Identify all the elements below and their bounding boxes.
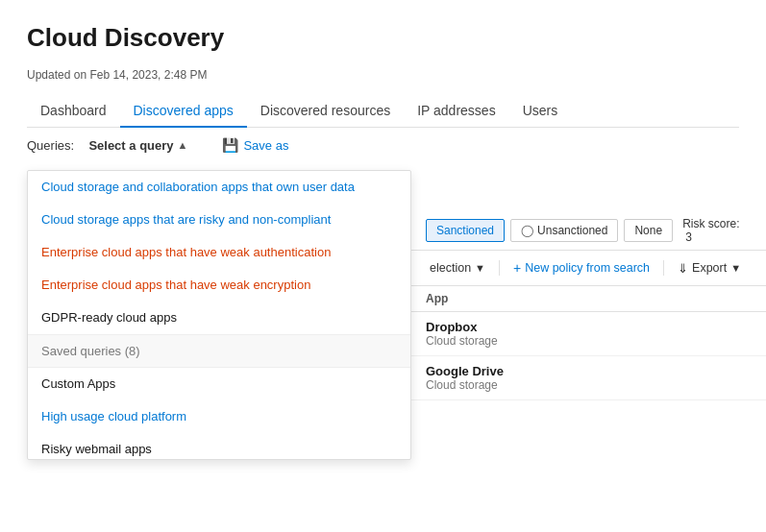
app-name: Google Drive	[426, 364, 751, 378]
tabs-nav: Dashboard Discovered apps Discovered res…	[27, 95, 739, 128]
selection-button[interactable]: election ▼	[426, 257, 489, 278]
app-category: Cloud storage	[426, 378, 751, 392]
export-chevron-icon: ▼	[730, 262, 741, 274]
tab-ip-addresses[interactable]: IP addresses	[404, 95, 508, 128]
chevron-up-icon: ▲	[178, 139, 188, 151]
unsanctioned-filter-button[interactable]: ◯ Unsanctioned	[510, 219, 618, 242]
export-label: Export	[692, 261, 727, 275]
query-dropdown: Cloud storage and collaboration apps tha…	[27, 170, 411, 460]
list-item[interactable]: High usage cloud platform	[28, 400, 410, 433]
list-item[interactable]: Cloud storage apps that are risky and no…	[28, 204, 410, 236]
updated-timestamp: Updated on Feb 14, 2023, 2:48 PM	[27, 68, 739, 82]
saved-queries-header: Saved queries (8)	[28, 334, 410, 368]
divider	[663, 260, 664, 276]
right-panel: Sanctioned ◯ Unsanctioned None Risk scor…	[410, 211, 766, 400]
export-down-icon: ⇓	[678, 261, 688, 276]
app-name: Dropbox	[426, 320, 751, 334]
select-query-button[interactable]: Select a query ▲	[88, 138, 187, 153]
none-filter-button[interactable]: None	[624, 219, 673, 242]
table-row: Dropbox Cloud storage	[410, 312, 766, 356]
list-item[interactable]: Cloud storage and collaboration apps tha…	[28, 171, 410, 204]
export-button[interactable]: ⇓ Export ▼	[674, 257, 745, 279]
list-item[interactable]: Enterprise cloud apps that have weak enc…	[28, 269, 410, 302]
new-policy-button[interactable]: + New policy from search	[509, 256, 654, 279]
table-row: Google Drive Cloud storage	[410, 356, 766, 400]
chevron-down-icon: ▼	[475, 262, 485, 274]
list-item[interactable]: GDPR-ready cloud apps	[28, 302, 410, 334]
none-label: None	[634, 224, 662, 237]
plus-icon: +	[513, 260, 521, 276]
queries-label: Queries:	[27, 138, 81, 153]
divider	[499, 260, 500, 276]
list-item[interactable]: Enterprise cloud apps that have weak aut…	[28, 236, 410, 269]
table-col-header: App	[410, 286, 766, 312]
tab-dashboard[interactable]: Dashboard	[27, 95, 120, 128]
risk-score-label: Risk score: 3	[682, 217, 751, 244]
save-as-button[interactable]: 💾 Save as	[218, 137, 292, 153]
new-policy-label: New policy from search	[525, 261, 650, 275]
sanctioned-filter-button[interactable]: Sanctioned	[426, 219, 505, 242]
list-item[interactable]: Risky webmail apps	[28, 433, 410, 459]
unsanctioned-label: Unsanctioned	[537, 224, 607, 237]
selection-label: election	[430, 261, 471, 275]
action-row: election ▼ + New policy from search ⇓ Ex…	[410, 251, 766, 286]
tab-users[interactable]: Users	[509, 95, 572, 128]
tab-discovered-apps[interactable]: Discovered apps	[120, 95, 247, 128]
unsanctioned-circle-icon: ◯	[521, 224, 533, 237]
save-icon: 💾	[222, 137, 238, 153]
page-title: Cloud Discovery	[27, 23, 739, 53]
dropdown-scroll[interactable]: Cloud storage and collaboration apps tha…	[28, 171, 410, 459]
app-category: Cloud storage	[426, 334, 751, 348]
filter-row: Sanctioned ◯ Unsanctioned None Risk scor…	[410, 211, 766, 251]
select-query-label: Select a query	[88, 138, 173, 153]
list-item[interactable]: Custom Apps	[28, 368, 410, 400]
toolbar: Queries: Select a query ▲ 💾 Save as Clou…	[27, 128, 739, 160]
tab-discovered-resources[interactable]: Discovered resources	[247, 95, 404, 128]
sanctioned-label: Sanctioned	[436, 224, 494, 237]
save-as-label: Save as	[243, 138, 288, 153]
